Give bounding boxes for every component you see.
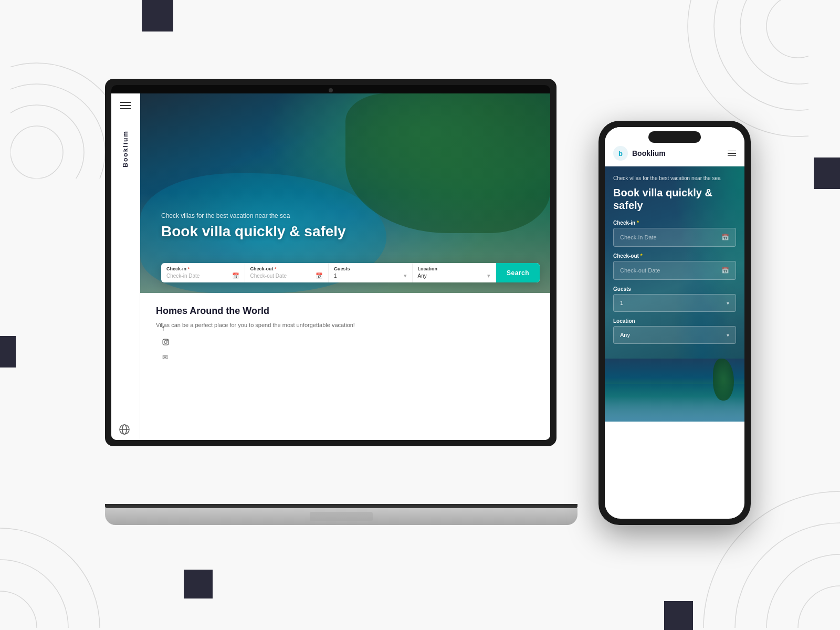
svg-point-0 xyxy=(10,126,63,178)
deco-rect-bottomcenter xyxy=(184,570,213,598)
checkin-field[interactable]: Check-in * Check-in Date 📅 xyxy=(161,263,245,282)
laptop-device: Booklium xyxy=(105,79,578,525)
required-star: * xyxy=(188,266,190,271)
svg-point-13 xyxy=(0,560,68,628)
phone-checkin-label: Check-in * xyxy=(613,220,736,226)
phone-body: b Booklium Check villas for the best vac… xyxy=(598,121,751,525)
phone-palm-tree xyxy=(713,359,734,401)
svg-point-10 xyxy=(735,523,840,628)
location-chevron-icon: ▾ xyxy=(487,272,490,279)
svg-point-20 xyxy=(167,340,167,340)
laptop-main-content: Check villas for the best vacation near … xyxy=(140,93,550,440)
phone-checkout-section: Check-out * Check-out Date 📅 xyxy=(613,253,736,280)
phone-ham-line-3 xyxy=(728,155,736,156)
laptop-brand-vertical: Booklium xyxy=(122,130,129,167)
checkout-label: Check-out * xyxy=(250,266,323,271)
svg-point-3 xyxy=(10,63,116,178)
hero-subtitle: Check villas for the best vacation near … xyxy=(161,212,346,219)
deco-rect-middleleft xyxy=(0,336,16,368)
phone-hero-title: Book villa quickly & safely xyxy=(613,186,736,212)
svg-point-1 xyxy=(10,105,84,178)
guests-input-row: 1 ▾ xyxy=(334,272,407,279)
phone-brand-name: Booklium xyxy=(632,149,728,158)
section-title: Homes Around the World xyxy=(156,306,534,317)
hero-text-block: Check villas for the best vacation near … xyxy=(161,212,346,240)
phone-notch xyxy=(648,131,701,143)
phone-required-1: * xyxy=(637,220,639,226)
phone-location-label: Location xyxy=(613,318,736,324)
laptop-screen-content: Booklium xyxy=(111,93,550,440)
phone-device: b Booklium Check villas for the best vac… xyxy=(598,121,751,525)
phone-location-value: Any xyxy=(620,332,630,338)
phone-checkin-input[interactable]: Check-in Date 📅 xyxy=(613,228,736,247)
phone-hero-subtitle: Check villas for the best vacation near … xyxy=(613,175,736,182)
svg-rect-18 xyxy=(163,339,169,345)
phone-beach-image xyxy=(605,359,744,422)
phone-guests-select[interactable]: 1 ▾ xyxy=(613,294,736,312)
checkout-value[interactable]: Check-out Date xyxy=(250,273,314,279)
checkin-calendar-icon: 📅 xyxy=(232,272,239,279)
phone-checkout-value: Check-out Date xyxy=(620,267,660,274)
guests-label: Guests xyxy=(334,266,407,271)
deco-rect-bottomright xyxy=(664,601,693,630)
location-field[interactable]: Location Any ▾ xyxy=(413,263,497,282)
guests-value[interactable]: 1 xyxy=(334,273,402,279)
phone-checkout-input[interactable]: Check-out Date 📅 xyxy=(613,261,736,280)
search-button[interactable]: Search xyxy=(496,263,540,282)
svg-point-9 xyxy=(766,554,840,628)
phone-ham-line-2 xyxy=(728,153,736,154)
planet-icon xyxy=(118,423,133,438)
laptop-bottom-section: Homes Around the World Villas can be a p… xyxy=(140,293,550,440)
phone-location-select[interactable]: Any ▾ xyxy=(613,326,736,344)
circles-topleft xyxy=(10,21,116,181)
main-scene: Booklium xyxy=(105,79,735,551)
instagram-icon[interactable] xyxy=(162,339,541,347)
phone-checkin-value: Check-in Date xyxy=(620,234,657,240)
laptop-body: Booklium xyxy=(105,79,556,446)
phone-checkout-label: Check-out * xyxy=(613,253,736,259)
phone-location-chevron-icon: ▾ xyxy=(727,332,729,338)
hamburger-line-2 xyxy=(120,105,131,106)
phone-guests-section: Guests 1 ▾ xyxy=(613,286,736,312)
svg-point-5 xyxy=(740,0,808,84)
hero-trees xyxy=(345,93,551,233)
phone-guests-chevron-icon: ▾ xyxy=(727,300,729,306)
laptop-base xyxy=(105,504,578,525)
email-icon[interactable]: ✉ xyxy=(162,353,541,361)
hero-title: Book villa quickly & safely xyxy=(161,223,346,240)
laptop-bottom-base xyxy=(105,508,578,525)
phone-screen: b Booklium Check villas for the best vac… xyxy=(605,127,744,519)
phone-hero-text: Check villas for the best vacation near … xyxy=(613,175,736,344)
social-icons-group: f ✉ xyxy=(162,324,541,361)
svg-point-8 xyxy=(798,586,840,628)
phone-checkout-calendar-icon: 📅 xyxy=(721,267,729,274)
phone-location-section: Location Any ▾ xyxy=(613,318,736,344)
phone-hero-section: Check villas for the best vacation near … xyxy=(605,166,744,359)
laptop-hero-section: Check villas for the best vacation near … xyxy=(140,93,550,293)
checkin-input-row: Check-in Date 📅 xyxy=(166,272,239,279)
guests-field[interactable]: Guests 1 ▾ xyxy=(329,263,413,282)
location-label: Location xyxy=(418,266,491,271)
location-value[interactable]: Any xyxy=(418,273,486,279)
laptop-screen-bezel: Booklium xyxy=(111,85,550,440)
laptop-hinge xyxy=(105,504,578,508)
guests-chevron-icon: ▾ xyxy=(404,272,407,279)
deco-rect-right xyxy=(814,158,840,189)
hamburger-menu[interactable] xyxy=(120,102,131,109)
checkout-field[interactable]: Check-out * Check-out Date 📅 xyxy=(245,263,329,282)
laptop-search-bar: Check-in * Check-in Date 📅 Ch xyxy=(161,263,540,282)
checkout-input-row: Check-out Date 📅 xyxy=(250,272,323,279)
laptop-camera xyxy=(329,88,333,92)
laptop-sidebar: Booklium xyxy=(111,93,140,440)
phone-logo: b xyxy=(613,146,628,161)
phone-guests-value: 1 xyxy=(620,300,623,306)
checkin-value[interactable]: Check-in Date xyxy=(166,273,230,279)
svg-point-12 xyxy=(0,591,37,628)
hamburger-line-3 xyxy=(120,108,131,109)
facebook-icon[interactable]: f xyxy=(162,324,541,332)
deco-rect-topleft xyxy=(142,0,173,32)
checkin-label: Check-in * xyxy=(166,266,239,271)
svg-point-4 xyxy=(766,0,808,58)
laptop-trackpad xyxy=(310,512,373,521)
phone-hamburger-menu[interactable] xyxy=(728,151,736,156)
